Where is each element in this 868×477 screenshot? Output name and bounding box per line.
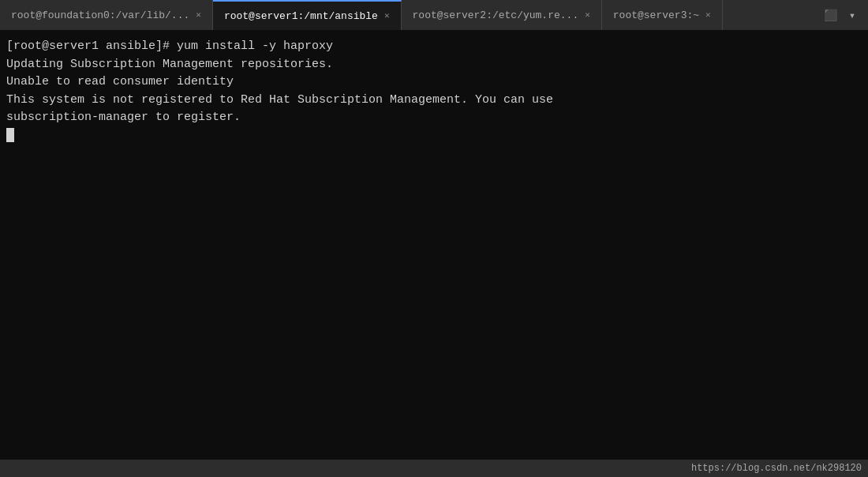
- tab-close-icon[interactable]: ✕: [705, 11, 711, 20]
- tab-label: root@server2:/etc/yum.re...: [413, 9, 579, 21]
- tab-server1[interactable]: root@server1:/mnt/ansible ✕: [213, 0, 402, 30]
- terminal-cursor-line: [6, 127, 862, 145]
- tab-close-icon[interactable]: ✕: [384, 12, 390, 21]
- monitor-icon[interactable]: ⬛: [821, 6, 840, 24]
- terminal-window: root@foundation0:/var/lib/... ✕ root@ser…: [0, 0, 868, 477]
- terminal-line-0: [root@server1 ansible]# yum install -y h…: [6, 38, 862, 56]
- tab-server2[interactable]: root@server2:/etc/yum.re... ✕: [402, 0, 602, 30]
- tab-bar: root@foundation0:/var/lib/... ✕ root@ser…: [0, 0, 868, 30]
- tab-label: root@server1:/mnt/ansible: [224, 10, 378, 22]
- terminal-line-2: Unable to read consumer identity: [6, 73, 862, 92]
- terminal-content[interactable]: [root@server1 ansible]# yum install -y h…: [0, 30, 868, 460]
- status-bar: https://blog.csdn.net/nk298120: [0, 460, 868, 477]
- tab-label: root@server3:~: [613, 9, 699, 21]
- terminal-line-3: This system is not registered to Red Hat…: [6, 92, 862, 110]
- tab-label: root@foundation0:/var/lib/...: [11, 9, 189, 21]
- terminal-line-1: Updating Subscription Management reposit…: [6, 56, 862, 74]
- tab-foundation0[interactable]: root@foundation0:/var/lib/... ✕: [0, 0, 213, 30]
- terminal-line-4: subscription-manager to register.: [6, 109, 862, 127]
- status-url: https://blog.csdn.net/nk298120: [691, 463, 862, 474]
- tab-actions: ⬛ ▾: [821, 6, 868, 24]
- terminal-cursor: [6, 128, 14, 142]
- tab-close-icon[interactable]: ✕: [196, 11, 201, 20]
- tab-close-icon[interactable]: ✕: [585, 11, 590, 20]
- tab-server3[interactable]: root@server3:~ ✕: [602, 0, 723, 30]
- chevron-down-icon[interactable]: ▾: [843, 6, 862, 24]
